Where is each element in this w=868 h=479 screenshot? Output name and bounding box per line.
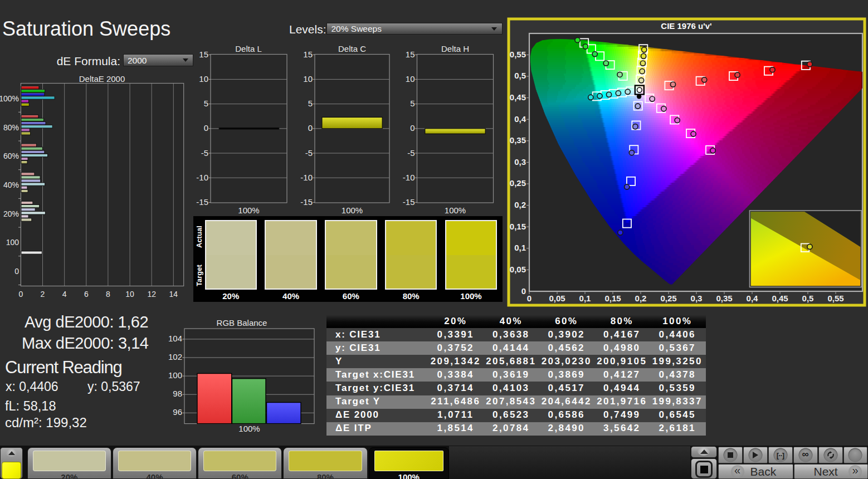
svg-text:Delta H: Delta H <box>441 45 469 53</box>
svg-text:100%: 100% <box>445 206 466 214</box>
svg-text:0,55: 0,55 <box>510 50 526 59</box>
svg-text:0,5: 0,5 <box>514 71 526 80</box>
svg-text:Delta L: Delta L <box>235 45 262 53</box>
svg-text:104: 104 <box>168 334 182 343</box>
svg-text:20%: 20% <box>3 209 19 218</box>
svg-text:102: 102 <box>168 352 182 361</box>
svg-text:0,15: 0,15 <box>510 222 526 231</box>
svg-text:-10: -10 <box>403 173 415 182</box>
svg-text:Delta C: Delta C <box>338 45 366 53</box>
svg-text:0: 0 <box>410 123 415 133</box>
svg-text:14: 14 <box>169 290 178 299</box>
svg-text:5: 5 <box>410 99 415 108</box>
svg-text:0,2: 0,2 <box>635 294 647 303</box>
svg-text:0: 0 <box>308 123 313 133</box>
svg-text:0,05: 0,05 <box>549 294 565 303</box>
svg-text:0,25: 0,25 <box>660 294 676 303</box>
svg-text:0,55: 0,55 <box>827 294 843 303</box>
svg-text:0,45: 0,45 <box>510 92 526 102</box>
svg-text:-15: -15 <box>300 197 313 207</box>
svg-text:-10: -10 <box>300 173 313 182</box>
svg-text:15: 15 <box>199 50 208 59</box>
svg-text:-15: -15 <box>196 197 208 207</box>
svg-text:15: 15 <box>303 50 313 59</box>
svg-text:10: 10 <box>125 290 134 299</box>
svg-text:96: 96 <box>173 407 182 417</box>
svg-text:100: 100 <box>6 238 19 247</box>
svg-text:4: 4 <box>62 290 67 299</box>
svg-text:5: 5 <box>204 99 208 108</box>
svg-text:0,1: 0,1 <box>579 294 591 303</box>
svg-text:0,2: 0,2 <box>514 200 526 209</box>
svg-text:0: 0 <box>19 290 23 299</box>
svg-text:100%: 100% <box>238 206 259 214</box>
svg-text:0,25: 0,25 <box>510 178 526 188</box>
svg-text:0,3: 0,3 <box>514 157 526 167</box>
svg-text:100%: 100% <box>342 206 363 214</box>
svg-text:6: 6 <box>84 290 89 299</box>
svg-text:DeltaE 2000: DeltaE 2000 <box>79 74 125 84</box>
svg-text:80%: 80% <box>3 123 19 132</box>
svg-text:-15: -15 <box>403 197 415 207</box>
svg-text:-10: -10 <box>196 173 208 182</box>
svg-text:0: 0 <box>527 294 531 303</box>
svg-text:0,35: 0,35 <box>510 135 526 145</box>
svg-text:98: 98 <box>173 389 182 398</box>
svg-text:100: 100 <box>168 370 182 380</box>
svg-text:10: 10 <box>406 74 415 84</box>
svg-text:10: 10 <box>199 74 208 84</box>
svg-text:100%: 100% <box>0 94 19 103</box>
svg-text:0,4: 0,4 <box>514 114 526 124</box>
svg-text:0,4: 0,4 <box>747 294 759 303</box>
svg-text:-5: -5 <box>201 148 208 158</box>
svg-text:0,05: 0,05 <box>510 265 526 274</box>
svg-text:0: 0 <box>521 286 526 296</box>
svg-text:-5: -5 <box>305 148 313 158</box>
svg-text:-5: -5 <box>407 148 415 158</box>
svg-text:RGB Balance: RGB Balance <box>217 318 267 328</box>
svg-text:0: 0 <box>204 123 208 133</box>
svg-text:5: 5 <box>308 99 313 108</box>
svg-text:0,15: 0,15 <box>604 294 621 303</box>
svg-text:2: 2 <box>41 290 45 299</box>
svg-text:0,35: 0,35 <box>716 294 732 303</box>
svg-text:10: 10 <box>303 74 313 84</box>
svg-text:60%: 60% <box>3 151 19 160</box>
svg-text:CIE 1976 u'v': CIE 1976 u'v' <box>661 21 711 31</box>
svg-text:15: 15 <box>406 50 415 59</box>
svg-text:0: 0 <box>14 267 19 276</box>
svg-text:0,45: 0,45 <box>772 294 788 303</box>
svg-text:0,3: 0,3 <box>691 294 703 303</box>
svg-text:12: 12 <box>147 290 156 299</box>
svg-text:40%: 40% <box>3 180 19 189</box>
svg-text:0,1: 0,1 <box>514 243 526 252</box>
svg-text:100%: 100% <box>238 424 260 433</box>
svg-text:0,5: 0,5 <box>802 294 814 303</box>
svg-text:8: 8 <box>106 290 110 299</box>
